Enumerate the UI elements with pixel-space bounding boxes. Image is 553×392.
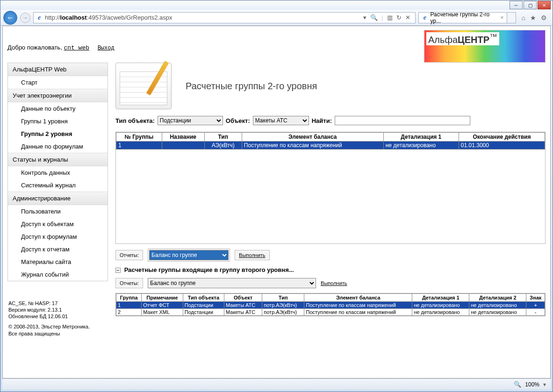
compat-icon[interactable]: ▥: [387, 14, 393, 21]
menu-item-event-log[interactable]: Журнал событий: [8, 268, 108, 281]
cell: не детализировано: [469, 309, 526, 316]
g2h-type[interactable]: Тип: [262, 294, 304, 302]
reports1-select[interactable]: Баланс по группе: [149, 250, 229, 260]
reports1-row: Отчеты: Баланс по группе Выполнить: [115, 249, 546, 262]
menu-item-access-formulas[interactable]: Доступ к формулам: [8, 230, 108, 243]
cell: Макеты АТС: [224, 302, 262, 309]
welcome-row: Добро пожаловать, cnt_web Выход: [7, 30, 115, 56]
reports2-run-link[interactable]: Выполнить: [321, 280, 347, 286]
cell: 01.01.3000: [459, 142, 545, 150]
cell: не детализировано: [383, 142, 459, 150]
cell: 1: [116, 142, 162, 150]
tab-close-icon[interactable]: ×: [501, 14, 504, 21]
cell: Подстанции: [183, 309, 224, 316]
reports2-row: Отчеты: Баланс по группе Выполнить: [115, 278, 546, 288]
obj-select[interactable]: Макеты АТС: [253, 116, 309, 125]
cell: потр.АЭ(кВтч): [262, 309, 304, 316]
reports2-select[interactable]: Баланс по группе: [148, 278, 316, 288]
menu-item-site-materials[interactable]: Материалы сайта: [8, 256, 108, 268]
menu-header-admin[interactable]: Администрирование: [8, 192, 108, 205]
close-button[interactable]: ✕: [538, 1, 551, 9]
g2h-d2[interactable]: Детализация 2: [469, 294, 526, 302]
cell: Отчет ФСТ: [142, 302, 183, 309]
find-label: Найти:: [312, 117, 332, 124]
search-icon[interactable]: 🔍: [370, 14, 378, 21]
cell: 2: [116, 309, 142, 316]
zoom-dropdown-icon[interactable]: ▾: [543, 381, 546, 388]
address-bar[interactable]: e http://localhost:49573/acweb/GrReports…: [33, 12, 416, 23]
tools-icon[interactable]: ⚙: [541, 14, 547, 21]
welcome-text: Добро пожаловать,: [7, 44, 62, 51]
grid2-row[interactable]: 1 Отчет ФСТ Подстанции Макеты АТС потр.А…: [116, 302, 545, 309]
reports1-run-link[interactable]: Выполнить: [239, 252, 265, 258]
menu-item-groups2[interactable]: Группы 2 уровня: [8, 128, 108, 140]
menu-item-syslog[interactable]: Системный журнал: [8, 179, 108, 192]
cell: 1: [116, 302, 142, 309]
grid2-row[interactable]: 2 Макет XML Подстанции Макеты АТС потр.А…: [116, 309, 545, 316]
grid2-header-row: Группа Примечание Тип объекта Объект Тип…: [116, 294, 545, 302]
find-input[interactable]: [335, 116, 470, 125]
filter-row: Тип объекта: Подстанции Объект: Макеты А…: [115, 116, 546, 125]
sub-heading-text: Расчетные группы входящие в группу второ…: [124, 266, 294, 273]
cell: Подстанции: [183, 302, 224, 309]
forward-button[interactable]: →: [20, 13, 30, 23]
reports1-label: Отчеты:: [115, 250, 143, 260]
spreadsheet-pencil-icon: [115, 63, 172, 109]
grid1-h-end[interactable]: Окончание действия: [459, 133, 545, 142]
menu-item-data-control[interactable]: Контроль данных: [8, 166, 108, 179]
menu-item-access-reports[interactable]: Доступ к отчетам: [8, 243, 108, 256]
logo: АльфаЦЕНТР™: [424, 30, 546, 63]
stop-icon[interactable]: ✕: [405, 14, 410, 21]
tab-title: Расчетные группы 2-го ур...: [430, 11, 496, 24]
g2h-balance[interactable]: Элемент баланса: [304, 294, 412, 302]
favorites-icon[interactable]: ★: [530, 14, 536, 21]
menu-item-start[interactable]: Старт: [8, 76, 108, 89]
dropdown-icon[interactable]: ▾: [363, 14, 366, 21]
refresh-icon[interactable]: ↻: [396, 14, 402, 21]
home-icon[interactable]: ⌂: [522, 14, 525, 21]
page-title: Расчетные группы 2-го уровня: [186, 81, 317, 92]
g2h-sign[interactable]: Знак: [526, 294, 545, 302]
g2h-d1[interactable]: Детализация 1: [412, 294, 469, 302]
browser-window: ─ ▢ ✕ ← → e http://localhost:49573/acweb…: [0, 0, 553, 392]
maximize-button[interactable]: ▢: [524, 1, 537, 9]
main-content: Расчетные группы 2-го уровня Тип объекта…: [115, 63, 546, 316]
zoom-icon[interactable]: 🔍: [514, 381, 521, 388]
menu-item-access-objects[interactable]: Доступ к объектам: [8, 218, 108, 230]
menu-item-formula-data[interactable]: Данные по формулам: [8, 140, 108, 153]
menu-header-status[interactable]: Статусы и журналы: [8, 153, 108, 166]
menu-item-object-data[interactable]: Данные по объекту: [8, 102, 108, 115]
menu-item-groups1[interactable]: Группы 1 уровня: [8, 115, 108, 128]
footer-version: Версия модуля: 2.13.1: [8, 307, 62, 313]
obj-type-select[interactable]: Подстанции: [158, 116, 223, 125]
menu-item-users[interactable]: Пользователи: [8, 205, 108, 218]
collapse-icon[interactable]: −: [115, 268, 121, 273]
grid1-h-group[interactable]: № Группы: [116, 133, 162, 142]
cell: потр.АЭ(кВтч): [262, 302, 304, 309]
logo-text: АльфаЦЕНТР™: [426, 32, 499, 45]
cell: АЭ(кВтч): [204, 142, 242, 150]
grid1-row[interactable]: 1 АЭ(кВтч) Поступление по классам напряж…: [116, 142, 545, 150]
cell: не детализировано: [412, 302, 469, 309]
menu-header-energy[interactable]: Учет электроэнергии: [8, 89, 108, 102]
browser-tab[interactable]: e Расчетные группы 2-го ур... ×: [418, 12, 507, 23]
cell: не детализировано: [412, 309, 469, 316]
grid1-h-detail1[interactable]: Детализация 1: [383, 133, 459, 142]
footer-info: AC_SE, № HASP: 17 Версия модуля: 2.13.1 …: [8, 300, 111, 341]
cell: не детализировано: [469, 302, 526, 309]
back-button[interactable]: ←: [3, 11, 17, 25]
g2h-object[interactable]: Объект: [224, 294, 262, 302]
grid1-h-balance[interactable]: Элемент баланса: [242, 133, 383, 142]
logout-link[interactable]: Выход: [98, 45, 115, 51]
footer-dbupdate: Обновление БД 12.06.01: [8, 314, 68, 319]
minimize-button[interactable]: ─: [510, 1, 523, 9]
grid1-h-type[interactable]: Тип: [204, 133, 242, 142]
g2h-group[interactable]: Группа: [116, 294, 142, 302]
obj-type-label: Тип объекта:: [115, 117, 155, 124]
grid1-h-name[interactable]: Название: [162, 133, 204, 142]
g2h-note[interactable]: Примечание: [142, 294, 183, 302]
user-link[interactable]: cnt_web: [64, 44, 89, 51]
menu-header-main[interactable]: АльфаЦЕНТР Web: [8, 63, 108, 76]
g2h-objtype[interactable]: Тип объекта: [183, 294, 224, 302]
new-tab-button[interactable]: [507, 12, 516, 23]
